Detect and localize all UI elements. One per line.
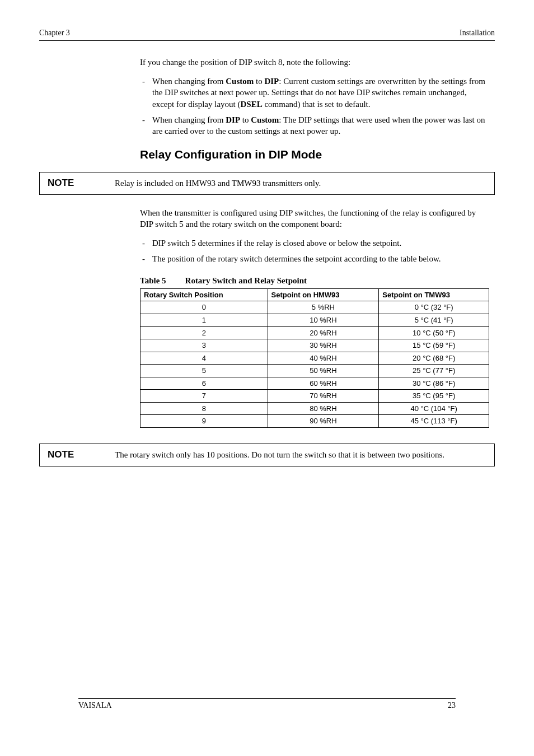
config-block: When the transmitter is configured using… [140,207,489,428]
table-row: 770 %RH35 °C (95 °F) [140,390,489,403]
table-cell: 25 °C (77 °F) [379,365,489,377]
table-cell: 30 %RH [268,339,379,352]
table-header-row: Rotary Switch Position Setpoint on HMW93… [140,288,489,301]
note-label-1: NOTE [45,177,115,190]
table-row: 110 %RH5 °C (41 °F) [140,314,489,327]
table-cell: 40 %RH [268,352,379,365]
config-paragraph: When the transmitter is configured using… [140,207,489,230]
header-rule [39,40,495,41]
page-footer: VAISALA 23 [78,698,456,711]
table-cell: 5 °C (41 °F) [379,314,489,327]
table-cell: 60 %RH [268,377,379,390]
header-chapter: Chapter 3 [39,28,70,39]
table-row: 220 %RH10 °C (50 °F) [140,326,489,339]
note-label-2: NOTE [45,449,115,461]
intro-bullet-2: When changing from DIP to Custom: The DI… [140,114,489,137]
table-row: 660 %RH30 °C (86 °F) [140,377,489,390]
table-cell: 0 °C (32 °F) [379,301,489,314]
table-row: 550 %RH25 °C (77 °F) [140,365,489,377]
table-cell: 15 °C (59 °F) [379,339,489,352]
note-box-2: NOTE The rotary switch only has 10 posit… [39,444,495,466]
table-cell: 4 [140,352,268,365]
table-row: 05 %RH0 °C (32 °F) [140,301,489,314]
table-cell: 3 [140,339,268,352]
section-heading: Relay Configuration in DIP Mode [140,147,489,162]
table-cell: 30 °C (86 °F) [379,377,489,390]
table-cell: 50 %RH [268,365,379,377]
table-cell: 1 [140,314,268,327]
footer-rule [78,698,456,699]
intro-bullet-1: When changing from Custom to DIP: Curren… [140,76,489,110]
table-header-2: Setpoint on TMW93 [379,288,489,301]
table-cell: 0 [140,301,268,314]
table-cell: 2 [140,326,268,339]
rotary-switch-table: Rotary Switch Position Setpoint on HMW93… [140,288,489,428]
table-cell: 7 [140,390,268,403]
note-box-1: NOTE Relay is included on HMW93 and TMW9… [39,172,495,195]
table-row: 990 %RH45 °C (113 °F) [140,415,489,428]
table-cell: 10 %RH [268,314,379,327]
table-row: 330 %RH15 °C (59 °F) [140,339,489,352]
config-bullet-2: The position of the rotary switch determ… [140,253,489,264]
table-cell: 90 %RH [268,415,379,428]
intro-paragraph: If you change the position of DIP switch… [140,57,489,68]
table-cell: 40 °C (104 °F) [379,402,489,415]
table-cell: 5 %RH [268,301,379,314]
intro-bullet-list: When changing from Custom to DIP: Curren… [140,76,489,137]
footer-page-number: 23 [448,701,456,711]
table-cell: 35 °C (95 °F) [379,390,489,403]
table-cell: 20 %RH [268,326,379,339]
table-cell: 9 [140,415,268,428]
header-section: Installation [460,28,495,39]
table-cell: 6 [140,377,268,390]
config-bullet-1: DIP switch 5 determines if the relay is … [140,237,489,249]
footer-brand: VAISALA [78,701,112,711]
note-text-1: Relay is included on HMW93 and TMW93 tra… [115,178,489,189]
table-header-0: Rotary Switch Position [140,288,268,301]
page: Chapter 3 Installation If you change the… [39,28,495,734]
config-bullet-list: DIP switch 5 determines if the relay is … [140,237,489,265]
table-cell: 5 [140,365,268,377]
table-row: 880 %RH40 °C (104 °F) [140,402,489,415]
table-row: 440 %RH20 °C (68 °F) [140,352,489,365]
table-cell: 45 °C (113 °F) [379,415,489,428]
table-title: Rotary Switch and Relay Setpoint [185,276,307,285]
table-cell: 70 %RH [268,390,379,403]
table-cell: 80 %RH [268,402,379,415]
table-body: 05 %RH0 °C (32 °F)110 %RH5 °C (41 °F)220… [140,301,489,427]
table-cell: 20 °C (68 °F) [379,352,489,365]
intro-block: If you change the position of DIP switch… [140,57,489,163]
note-text-2: The rotary switch only has 10 positions.… [115,449,489,460]
table-cell: 8 [140,402,268,415]
page-header: Chapter 3 Installation [39,28,495,39]
table-cell: 10 °C (50 °F) [379,326,489,339]
table-header-1: Setpoint on HMW93 [268,288,379,301]
table-number: Table 5 [140,276,166,285]
table-caption: Table 5Rotary Switch and Relay Setpoint [140,275,489,286]
